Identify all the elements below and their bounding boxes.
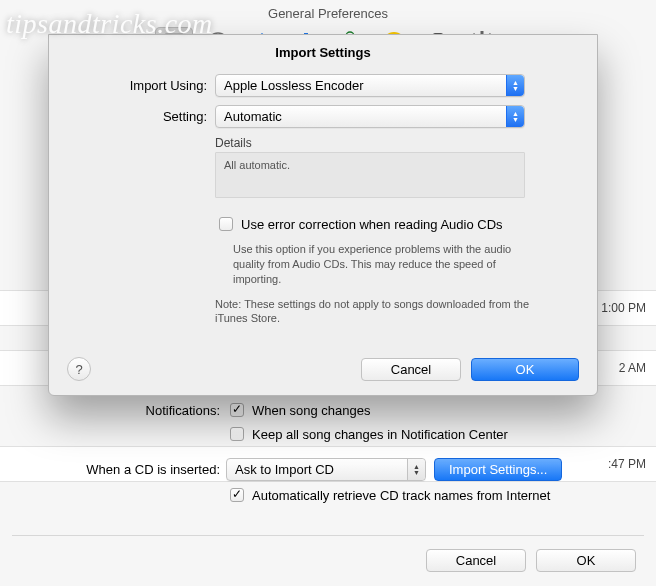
chevron-updown-icon: ▲▼ <box>407 459 425 480</box>
sheet-footer: Cancel OK <box>361 358 579 381</box>
prefs-cancel-button[interactable]: Cancel <box>426 549 526 572</box>
checkbox-label: Keep all song changes in Notification Ce… <box>252 427 508 442</box>
setting-select[interactable]: Automatic ▲▼ <box>215 105 525 128</box>
error-correction-checkbox[interactable] <box>219 217 233 231</box>
help-button[interactable]: ? <box>67 357 91 381</box>
sheet-title: Import Settings <box>49 35 597 74</box>
checkbox-label: Use error correction when reading Audio … <box>241 217 503 232</box>
select-value: Automatic <box>224 109 282 124</box>
auto-retrieve[interactable]: Automatically retrieve CD track names fr… <box>226 485 550 505</box>
row-time: 1:00 PM <box>601 301 646 315</box>
cd-inserted-label: When a CD is inserted: <box>20 462 226 477</box>
checkbox-label: When song changes <box>252 403 371 418</box>
notifications-label: Notifications: <box>20 403 226 418</box>
notif-keep-all[interactable]: Keep all song changes in Notification Ce… <box>226 424 508 444</box>
notif-song-changes[interactable]: When song changes <box>226 400 371 420</box>
import-settings-sheet: Import Settings Import Using: Apple Loss… <box>48 34 598 396</box>
cd-action-select[interactable]: Ask to Import CD ▲▼ <box>226 458 426 481</box>
import-using-select[interactable]: Apple Lossless Encoder ▲▼ <box>215 74 525 97</box>
itunes-note: Note: These settings do not apply to son… <box>215 297 535 327</box>
select-value: Ask to Import CD <box>235 462 334 477</box>
sheet-cancel-button[interactable]: Cancel <box>361 358 461 381</box>
chevron-updown-icon: ▲▼ <box>506 106 524 127</box>
help-icon: ? <box>75 362 82 377</box>
separator <box>12 535 644 536</box>
details-box: All automatic. <box>215 152 525 198</box>
error-correction[interactable]: Use error correction when reading Audio … <box>215 214 503 234</box>
button-label: Cancel <box>456 553 496 568</box>
row-time: 2 AM <box>619 361 646 375</box>
prefs-lower: Notifications: When song changes Keep al… <box>0 400 656 509</box>
details-label: Details <box>215 136 571 150</box>
button-label: OK <box>516 362 535 377</box>
button-label: OK <box>577 553 596 568</box>
button-label: Cancel <box>391 362 431 377</box>
prefs-ok-button[interactable]: OK <box>536 549 636 572</box>
button-label: Import Settings... <box>449 462 547 477</box>
error-correction-hint: Use this option if you experience proble… <box>233 242 533 287</box>
select-value: Apple Lossless Encoder <box>224 78 363 93</box>
notif-keep-all-checkbox[interactable] <box>230 427 244 441</box>
window-title: General Preferences <box>0 0 656 25</box>
import-using-label: Import Using: <box>75 78 215 93</box>
import-settings-button[interactable]: Import Settings... <box>434 458 562 481</box>
window-footer-buttons: Cancel OK <box>426 549 636 572</box>
sheet-ok-button[interactable]: OK <box>471 358 579 381</box>
details-text: All automatic. <box>224 159 290 171</box>
chevron-updown-icon: ▲▼ <box>506 75 524 96</box>
checkbox-label: Automatically retrieve CD track names fr… <box>252 488 550 503</box>
setting-label: Setting: <box>75 109 215 124</box>
notif-song-changes-checkbox[interactable] <box>230 403 244 417</box>
auto-retrieve-checkbox[interactable] <box>230 488 244 502</box>
